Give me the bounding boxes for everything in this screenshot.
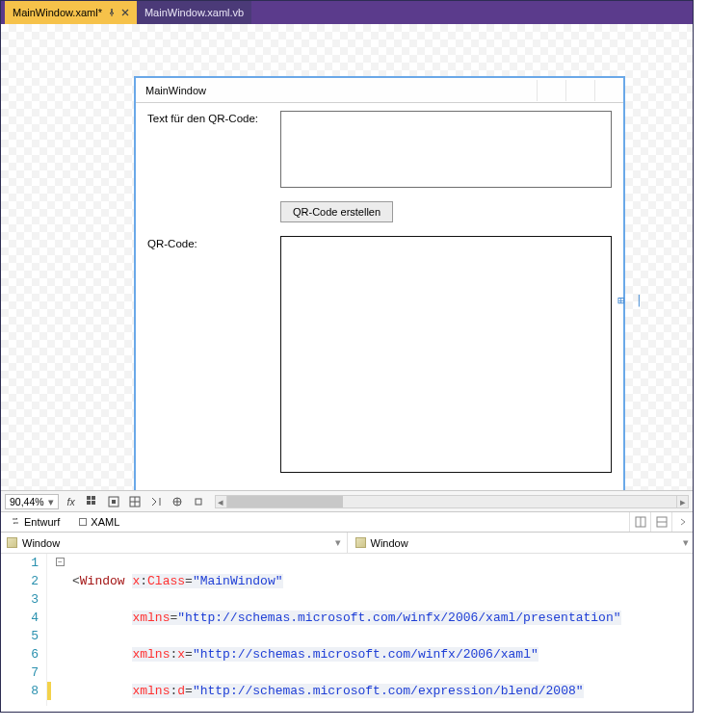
design-xaml-tabs: Entwurf XAML [1, 511, 693, 533]
snap-lines-button[interactable] [126, 493, 144, 510]
design-form-body: Text für den QR-Code: QR-Code erstellen … [136, 103, 623, 490]
xaml-code-editor[interactable]: 1 2 3 4 5 6 7 8 − <Window x:Class="MainW… [1, 554, 693, 706]
textbox-qr-text[interactable] [280, 111, 612, 188]
refresh-button[interactable] [190, 493, 207, 510]
chevron-down-icon: ▾ [48, 496, 54, 507]
change-marker [47, 682, 51, 700]
design-window-title: MainWindow [136, 85, 206, 96]
breadcrumb-label: Window [371, 537, 408, 549]
scroll-right-icon[interactable]: ▸ [676, 496, 688, 507]
element-cube-icon [7, 537, 17, 548]
swap-icon [11, 516, 20, 528]
window-close-button [594, 80, 623, 101]
minimize-button [537, 80, 565, 101]
close-icon[interactable] [121, 9, 129, 16]
line-number-gutter: 1 2 3 4 5 6 7 8 [1, 554, 47, 706]
row-qr-output: QR-Code: [147, 236, 612, 473]
label-text-for-qr: Text für den QR-Code: [147, 111, 273, 188]
xaml-designer-surface[interactable]: MainWindow Text für den QR-Code: QR-Code… [1, 24, 693, 490]
fold-column: − [53, 554, 68, 706]
svg-rect-1 [92, 496, 95, 500]
snap-button[interactable] [105, 493, 122, 510]
svg-rect-10 [196, 499, 201, 505]
horizontal-scrollbar[interactable]: ◂ ▸ [215, 495, 689, 508]
design-window[interactable]: MainWindow Text für den QR-Code: QR-Code… [134, 76, 625, 490]
label-qr: QR-Code: [147, 236, 273, 473]
design-tab-label: Entwurf [24, 516, 60, 528]
breadcrumb-dropdown-left[interactable]: ▾ [331, 536, 345, 549]
resize-adorner[interactable]: ⊞ | [617, 294, 644, 307]
svg-rect-5 [112, 500, 116, 504]
collapse-pane-button[interactable] [671, 512, 693, 532]
tab-label: MainWindow.xaml* [13, 7, 102, 18]
split-vertical-button[interactable] [629, 512, 650, 532]
xaml-square-icon [79, 518, 87, 526]
tab-label: MainWindow.xaml.vb [144, 7, 244, 18]
qr-image-area [280, 236, 612, 473]
tab-design-view[interactable]: Entwurf [1, 512, 69, 532]
split-horizontal-button[interactable] [650, 512, 671, 532]
grid-button[interactable] [84, 493, 101, 510]
document-tabs: MainWindow.xaml* MainWindow.xaml.vb [1, 1, 693, 24]
ide-frame: MainWindow.xaml* MainWindow.xaml.vb Main… [0, 0, 694, 713]
create-qr-button[interactable]: QR-Code erstellen [280, 201, 393, 222]
zoom-combo[interactable]: 90,44% ▾ [5, 494, 59, 509]
row-text-input: Text für den QR-Code: [147, 111, 612, 188]
effects-button[interactable] [169, 493, 186, 510]
maximize-button [565, 80, 594, 101]
element-cube-icon [355, 537, 366, 548]
xaml-tab-label: XAML [91, 516, 119, 528]
fx-button[interactable]: fx [63, 493, 80, 510]
titlebar-buttons [537, 80, 623, 101]
designer-toolbar: 90,44% ▾ fx ◂ ▸ [1, 490, 693, 511]
zoom-value: 90,44% [10, 496, 44, 507]
scroll-thumb[interactable] [227, 496, 343, 507]
pin-icon[interactable] [108, 9, 116, 16]
breadcrumb-dropdown-right[interactable]: ▾ [679, 536, 693, 549]
xaml-breadcrumb-bar: Window ▾ Window ▾ [1, 533, 693, 554]
toggle-panel-button[interactable] [147, 493, 165, 510]
breadcrumb-window-left[interactable]: Window [1, 537, 66, 549]
svg-rect-3 [92, 501, 95, 505]
scroll-left-icon[interactable]: ◂ [216, 496, 227, 507]
breadcrumb-label: Window [22, 537, 60, 549]
tab-mainwindow-xaml[interactable]: MainWindow.xaml* [5, 1, 137, 24]
fold-toggle-icon[interactable]: − [56, 558, 65, 566]
code-content[interactable]: <Window x:Class="MainWindow" xmlns="http… [68, 554, 659, 706]
breadcrumb-window-right[interactable]: Window [350, 537, 414, 549]
svg-rect-0 [87, 496, 91, 500]
tab-mainwindow-xaml-vb[interactable]: MainWindow.xaml.vb [137, 1, 251, 24]
tab-xaml-view[interactable]: XAML [69, 512, 129, 532]
design-window-titlebar: MainWindow [136, 78, 623, 103]
svg-rect-2 [87, 501, 91, 505]
